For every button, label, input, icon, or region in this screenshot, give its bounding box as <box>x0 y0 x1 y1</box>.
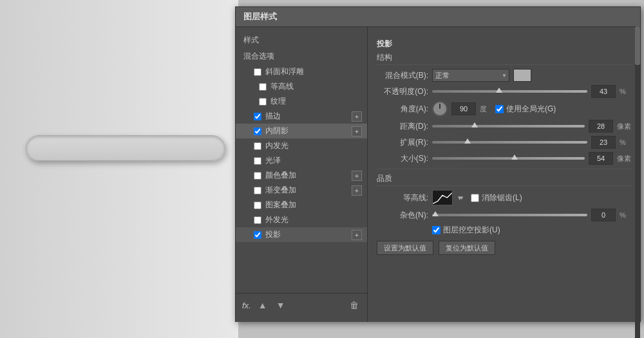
inner-shadow-checkbox[interactable] <box>254 127 261 135</box>
satin-label: 光泽 <box>265 155 362 166</box>
set-default-button[interactable]: 设置为默认值 <box>377 241 433 255</box>
antialias-label[interactable]: 消除锯齿(L) <box>471 192 522 203</box>
spread-slider-track[interactable] <box>432 141 587 144</box>
blend-mode-row: 混合模式(B): 正常 正片叠底 滤色 <box>377 69 631 82</box>
noise-input[interactable] <box>591 209 616 221</box>
sidebar-item-inner-shadow[interactable]: 内阴影 + <box>236 124 367 138</box>
distance-slider-thumb[interactable] <box>471 122 478 127</box>
antialias-text: 消除锯齿(L) <box>482 192 522 203</box>
spread-slider-thumb[interactable] <box>464 138 471 144</box>
color-overlay-checkbox[interactable] <box>254 172 261 180</box>
blend-mode-select[interactable]: 正常 正片叠底 滤色 <box>432 69 509 82</box>
stroke-checkbox[interactable] <box>254 113 261 120</box>
angle-control[interactable] <box>432 101 448 117</box>
stroke-add-icon[interactable]: + <box>352 111 362 122</box>
bevel-checkbox[interactable] <box>254 68 261 76</box>
knockout-label[interactable]: 图层挖空投影(U) <box>432 225 500 236</box>
scrollbar-thumb[interactable] <box>635 26 640 65</box>
sidebar-item-satin[interactable]: 光泽 <box>236 153 367 168</box>
global-light-text: 使用全局光(G) <box>506 104 556 115</box>
sidebar-item-outer-glow[interactable]: 外发光 <box>236 212 367 227</box>
contour-label: 等高线 <box>270 81 362 92</box>
inner-glow-checkbox[interactable] <box>254 142 261 150</box>
gradient-overlay-checkbox[interactable] <box>254 187 261 194</box>
noise-slider-row <box>432 214 587 216</box>
move-down-button[interactable]: ▼ <box>274 299 287 312</box>
gradient-overlay-add-icon[interactable]: + <box>352 185 362 196</box>
contour-preview[interactable] <box>432 190 453 205</box>
fx-label: fx. <box>242 301 251 310</box>
blend-options-label[interactable]: 混合选项 <box>236 48 367 64</box>
distance-row: 距离(D): 像素 <box>377 120 631 133</box>
section-title-drop-shadow: 投影 <box>377 39 631 50</box>
size-row: 大小(S): 像素 <box>377 152 631 165</box>
drop-shadow-checkbox[interactable] <box>254 231 261 239</box>
color-overlay-label: 颜色叠加 <box>265 170 352 181</box>
contour-dropdown-arrow[interactable]: ▼ <box>457 194 463 202</box>
sidebar-item-texture[interactable]: 纹理 <box>236 94 367 109</box>
outer-glow-checkbox[interactable] <box>254 216 261 224</box>
inner-shadow-add-icon[interactable]: + <box>352 126 362 136</box>
blend-mode-select-wrapper[interactable]: 正常 正片叠底 滤色 <box>432 69 509 82</box>
move-up-button[interactable]: ▲ <box>256 299 269 312</box>
noise-row: 杂色(N): % <box>377 209 631 221</box>
noise-unit: % <box>620 211 631 219</box>
dialog-title: 图层样式 <box>236 7 640 27</box>
spread-input[interactable] <box>591 136 616 149</box>
spread-label: 扩展(R): <box>377 137 428 148</box>
opacity-input[interactable] <box>591 85 616 98</box>
sidebar-item-gradient-overlay[interactable]: 渐变叠加 + <box>236 183 367 198</box>
sidebar-item-contour[interactable]: 等高线 <box>236 79 367 94</box>
angle-row: 角度(A): 度 使用全局光(G) <box>377 101 631 117</box>
canvas-area <box>0 0 238 338</box>
contour-dropdown-wrapper[interactable]: ▼ <box>457 194 467 202</box>
size-input[interactable] <box>589 152 613 165</box>
size-slider-thumb[interactable] <box>511 155 518 160</box>
drop-shadow-label: 投影 <box>265 229 352 240</box>
opacity-label: 不透明度(O): <box>377 86 428 97</box>
divider <box>377 169 631 169</box>
sidebar-item-stroke[interactable]: 描边 + <box>236 109 367 124</box>
sidebar-item-color-overlay[interactable]: 颜色叠加 + <box>236 168 367 183</box>
distance-input[interactable] <box>589 120 613 133</box>
canvas-shape <box>26 135 225 161</box>
delete-button[interactable]: 🗑 <box>348 299 361 312</box>
angle-label: 角度(A): <box>377 104 428 115</box>
blend-color-swatch[interactable] <box>513 69 531 82</box>
styles-section-label: 样式 <box>236 32 367 48</box>
global-light-checkbox[interactable] <box>495 105 504 113</box>
knockout-row: 图层挖空投影(U) <box>377 225 631 236</box>
noise-slider-thumb[interactable] <box>432 211 439 216</box>
structure-title: 结构 <box>377 52 631 65</box>
noise-slider-track[interactable] <box>432 214 587 216</box>
sidebar-item-inner-glow[interactable]: 内发光 <box>236 138 367 153</box>
contour-checkbox[interactable] <box>259 83 267 91</box>
texture-checkbox[interactable] <box>259 98 267 106</box>
angle-input[interactable] <box>451 102 476 115</box>
spread-slider-row <box>432 141 587 144</box>
left-panel: 样式 混合选项 斜面和浮雕 等高线 纹理 描边 + <box>236 27 368 322</box>
layer-style-dialog: 图层样式 样式 混合选项 斜面和浮雕 等高线 纹理 <box>235 6 641 322</box>
size-slider-track[interactable] <box>432 157 585 160</box>
outer-glow-label: 外发光 <box>265 214 362 225</box>
opacity-slider-track[interactable] <box>432 90 587 93</box>
distance-slider-track[interactable] <box>432 125 585 127</box>
spread-unit: % <box>620 138 631 146</box>
gradient-overlay-label: 渐变叠加 <box>265 185 352 196</box>
satin-checkbox[interactable] <box>254 157 261 165</box>
reset-default-button[interactable]: 复位为默认值 <box>439 241 495 255</box>
color-overlay-add-icon[interactable]: + <box>352 171 362 181</box>
size-label: 大小(S): <box>377 153 428 164</box>
right-scrollbar[interactable] <box>635 26 640 338</box>
distance-unit: 像素 <box>617 122 631 131</box>
sidebar-item-pattern-overlay[interactable]: 图案叠加 <box>236 198 367 212</box>
global-light-label[interactable]: 使用全局光(G) <box>495 104 556 115</box>
drop-shadow-add-icon[interactable]: + <box>352 230 362 240</box>
opacity-slider-thumb[interactable] <box>496 88 502 93</box>
pattern-overlay-checkbox[interactable] <box>254 202 261 209</box>
antialias-checkbox[interactable] <box>471 194 479 202</box>
sidebar-item-drop-shadow[interactable]: 投影 + <box>236 227 367 242</box>
knockout-checkbox[interactable] <box>432 226 440 234</box>
sidebar-item-bevel[interactable]: 斜面和浮雕 <box>236 64 367 79</box>
quality-title: 品质 <box>377 173 631 186</box>
